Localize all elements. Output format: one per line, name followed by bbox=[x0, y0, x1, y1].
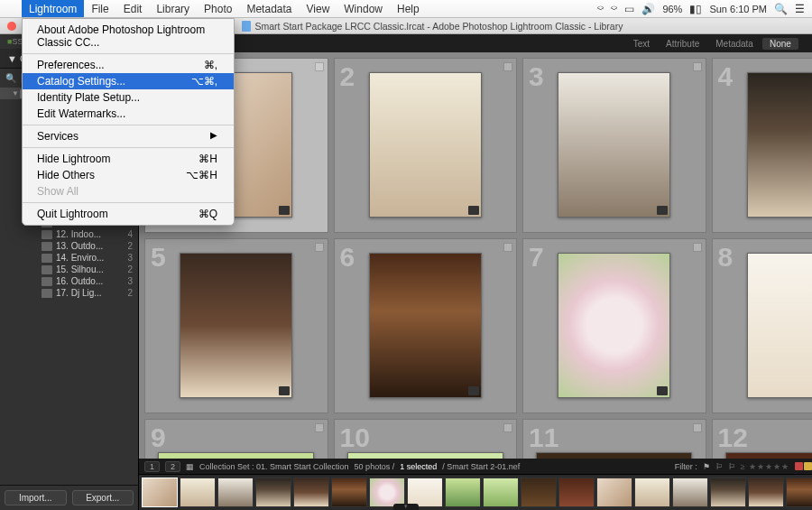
grid-cell[interactable]: 12 bbox=[712, 419, 813, 459]
grid-cell[interactable]: 10 bbox=[334, 419, 518, 459]
filmstrip-thumb[interactable] bbox=[748, 478, 784, 507]
filter-tab-metadata[interactable]: Metadata bbox=[708, 38, 761, 50]
filter-tab-attribute[interactable]: Attribute bbox=[659, 38, 706, 50]
flag-filter-icon[interactable]: ⚐ bbox=[728, 462, 735, 471]
menu-hide-lightroom[interactable]: Hide Lightroom⌘H bbox=[23, 151, 234, 167]
rating-filter[interactable]: ≥ ★★★★★ bbox=[741, 462, 789, 471]
menu-window[interactable]: Window bbox=[337, 0, 390, 17]
metadata-badge-icon[interactable] bbox=[468, 386, 479, 395]
menubar-clock[interactable]: Sun 6:10 PM bbox=[709, 4, 767, 14]
export-button[interactable]: Export... bbox=[72, 490, 134, 505]
notification-center-icon[interactable]: ☰ bbox=[795, 3, 805, 15]
filmstrip-thumb[interactable] bbox=[445, 478, 481, 507]
metadata-badge-icon[interactable] bbox=[279, 206, 290, 215]
menu-about[interactable]: About Adobe Photoshop Lightroom Classic … bbox=[23, 22, 234, 51]
filmstrip-thumb[interactable] bbox=[142, 478, 178, 507]
flag-icon[interactable] bbox=[503, 423, 512, 432]
metadata-badge-icon[interactable] bbox=[468, 206, 479, 215]
flag-icon[interactable] bbox=[503, 243, 512, 252]
filmstrip-thumb[interactable] bbox=[483, 478, 519, 507]
menu-help[interactable]: Help bbox=[390, 0, 427, 17]
close-window-button[interactable] bbox=[7, 22, 16, 31]
flag-filter-icon[interactable]: ⚑ bbox=[703, 462, 710, 471]
menu-edit[interactable]: Edit bbox=[116, 0, 150, 17]
wifi-icon[interactable]: ⌔ bbox=[611, 3, 617, 15]
filter-tab-text[interactable]: Text bbox=[626, 38, 657, 50]
display-icon[interactable]: ▭ bbox=[624, 3, 634, 15]
volume-icon[interactable]: 🔊 bbox=[641, 3, 655, 15]
tree-row[interactable]: 17. Dj Lig...2 bbox=[0, 287, 138, 299]
view-mode-2[interactable]: 2 bbox=[165, 461, 180, 472]
color-swatch[interactable] bbox=[804, 462, 812, 470]
menu-hide-others[interactable]: Hide Others⌥⌘H bbox=[23, 167, 234, 183]
tree-row[interactable]: 14. Enviro...3 bbox=[0, 252, 138, 264]
filmstrip-thumb[interactable] bbox=[331, 478, 367, 507]
thumbnail[interactable] bbox=[369, 72, 482, 218]
filmstrip-thumb[interactable] bbox=[521, 478, 557, 507]
thumbnail[interactable] bbox=[747, 72, 812, 218]
thumbnail[interactable] bbox=[725, 452, 812, 459]
flag-icon[interactable] bbox=[315, 423, 324, 432]
thumbnail[interactable] bbox=[747, 253, 812, 398]
app-menu[interactable]: Lightroom bbox=[22, 0, 84, 17]
flag-icon[interactable] bbox=[693, 243, 702, 252]
filmstrip-thumb[interactable] bbox=[596, 478, 632, 507]
flag-icon[interactable] bbox=[693, 423, 702, 432]
thumbnail[interactable] bbox=[158, 452, 314, 459]
filmstrip-thumb[interactable] bbox=[672, 478, 708, 507]
thumbnail[interactable] bbox=[369, 253, 482, 398]
grid-cell[interactable]: 8 bbox=[712, 238, 813, 413]
flag-icon[interactable] bbox=[315, 243, 324, 252]
menu-library[interactable]: Library bbox=[149, 0, 197, 17]
thumbnail[interactable] bbox=[558, 72, 670, 218]
filmstrip-thumb[interactable] bbox=[293, 478, 329, 507]
menu-identity-plate[interactable]: Identity Plate Setup... bbox=[23, 89, 234, 106]
menu-view[interactable]: View bbox=[300, 0, 337, 17]
filmstrip-thumb[interactable] bbox=[217, 478, 254, 507]
filter-tab-none[interactable]: None bbox=[762, 38, 798, 50]
menu-photo[interactable]: Photo bbox=[197, 0, 239, 17]
tree-row[interactable]: 13. Outdo...2 bbox=[0, 240, 138, 252]
tree-row[interactable]: 12. Indoo...4 bbox=[0, 228, 138, 240]
grid-cell[interactable]: 7 bbox=[522, 238, 706, 413]
flag-filter-icon[interactable]: ⚐ bbox=[715, 462, 723, 471]
menu-catalog-settings[interactable]: Catalog Settings...⌥⌘, bbox=[23, 73, 234, 89]
filmstrip-thumb[interactable] bbox=[786, 478, 812, 507]
flag-icon[interactable] bbox=[315, 62, 324, 71]
filmstrip-thumb[interactable] bbox=[255, 478, 291, 507]
flag-icon[interactable] bbox=[503, 62, 512, 71]
filmstrip-thumb[interactable] bbox=[710, 478, 746, 507]
metadata-badge-icon[interactable] bbox=[279, 386, 290, 395]
thumbnail[interactable] bbox=[536, 452, 692, 459]
metadata-badge-icon[interactable] bbox=[657, 206, 668, 215]
filmstrip-thumb[interactable] bbox=[558, 478, 595, 507]
flag-icon[interactable] bbox=[693, 62, 702, 71]
thumbnail[interactable] bbox=[180, 253, 292, 398]
bluetooth-icon[interactable]: ⌔ bbox=[597, 3, 604, 15]
menu-services[interactable]: Services▶ bbox=[23, 128, 234, 144]
color-swatch[interactable] bbox=[795, 462, 803, 470]
menu-preferences[interactable]: Preferences...⌘, bbox=[23, 57, 234, 73]
grid-cell[interactable]: 2 bbox=[334, 58, 518, 233]
menu-metadata[interactable]: Metadata bbox=[239, 0, 299, 17]
metadata-badge-icon[interactable] bbox=[657, 386, 668, 395]
menu-quit[interactable]: Quit Lightroom⌘Q bbox=[23, 206, 234, 222]
grid-cell[interactable]: 4 bbox=[712, 58, 813, 233]
grid-cell[interactable]: 9 bbox=[144, 419, 328, 459]
menu-edit-watermarks[interactable]: Edit Watermarks... bbox=[23, 106, 234, 122]
color-label-filter[interactable] bbox=[795, 462, 812, 470]
grid-cell[interactable]: 11 bbox=[522, 419, 706, 459]
tree-row[interactable]: 15. Silhou...2 bbox=[0, 264, 138, 275]
grid-cell[interactable]: 6 bbox=[334, 238, 518, 413]
thumbnail[interactable] bbox=[558, 253, 670, 398]
filmstrip-thumb[interactable] bbox=[634, 478, 670, 507]
spotlight-icon[interactable]: 🔍 bbox=[774, 3, 788, 15]
grid-view-icon[interactable]: ▦ bbox=[186, 462, 194, 471]
filmstrip-collapse-handle[interactable]: ▾ bbox=[393, 504, 419, 510]
thumbnail[interactable] bbox=[347, 452, 503, 459]
view-mode-1[interactable]: 1 bbox=[144, 461, 160, 472]
menu-file[interactable]: File bbox=[84, 0, 115, 17]
filmstrip-thumb[interactable] bbox=[180, 478, 216, 507]
import-button[interactable]: Import... bbox=[5, 490, 67, 505]
tree-row[interactable]: 16. Outdo...3 bbox=[0, 275, 138, 287]
